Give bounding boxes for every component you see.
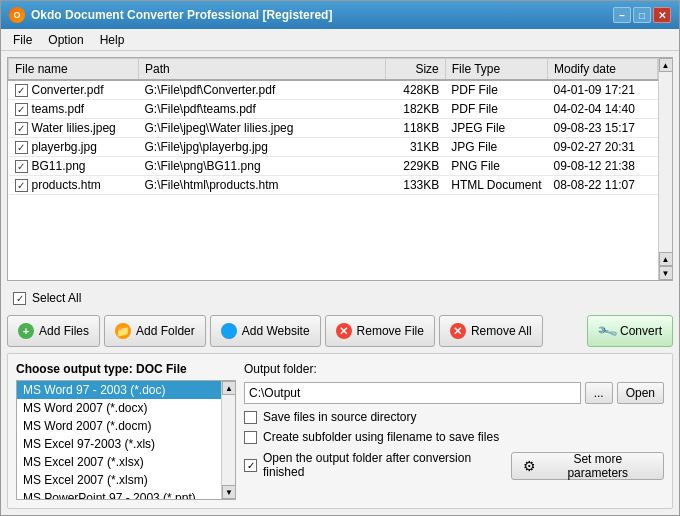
select-all-row: Select All <box>7 287 673 309</box>
file-type-cell: PDF File <box>445 100 547 119</box>
list-item[interactable]: MS Word 2007 (*.docm) <box>17 417 221 435</box>
add-files-button[interactable]: + Add Files <box>7 315 100 347</box>
output-scroll-up[interactable]: ▲ <box>222 381 236 395</box>
col-header-date: Modify date <box>548 59 658 81</box>
list-item[interactable]: MS Excel 2007 (*.xlsm) <box>17 471 221 489</box>
file-type-cell: JPEG File <box>445 119 547 138</box>
scroll-up-arrow[interactable]: ▲ <box>659 58 673 72</box>
open-button[interactable]: Open <box>617 382 664 404</box>
table-row[interactable]: Water lilies.jpeg G:\File\jpeg\Water lil… <box>9 119 658 138</box>
file-path-cell: G:\File\png\BG11.png <box>139 157 386 176</box>
window-title: Okdo Document Converter Professional [Re… <box>31 8 332 22</box>
set-params-label: Set more parameters <box>542 452 653 480</box>
file-table: File name Path Size File Type Modify dat… <box>8 58 658 195</box>
table-row[interactable]: BG11.png G:\File\png\BG11.png 229KB PNG … <box>9 157 658 176</box>
file-checkbox[interactable] <box>15 84 28 97</box>
list-item[interactable]: MS Excel 2007 (*.xlsx) <box>17 453 221 471</box>
file-list-scrollbar[interactable]: ▲ ▲ ▼ <box>658 58 672 280</box>
file-list-section: File name Path Size File Type Modify dat… <box>7 57 673 281</box>
remove-file-button[interactable]: ✕ Remove File <box>325 315 435 347</box>
file-name-cell: Water lilies.jpeg <box>9 119 139 138</box>
convert-icon: 🔧 <box>595 320 618 342</box>
list-item[interactable]: MS PowerPoint 97 - 2003 (*.ppt) <box>17 489 221 499</box>
list-item[interactable]: MS Word 97 - 2003 (*.doc) <box>17 381 221 399</box>
scroll-track <box>659 72 672 252</box>
toolbar: + Add Files 📁 Add Folder 🌐 Add Website ✕… <box>7 315 673 347</box>
main-window: O Okdo Document Converter Professional [… <box>0 0 680 516</box>
file-name-cell: products.htm <box>9 176 139 195</box>
menu-help[interactable]: Help <box>92 31 133 49</box>
file-path-cell: G:\File\html\products.htm <box>139 176 386 195</box>
browse-button[interactable]: ... <box>585 382 613 404</box>
remove-file-icon: ✕ <box>336 323 352 339</box>
main-content: File name Path Size File Type Modify dat… <box>1 51 679 515</box>
select-all-checkbox[interactable] <box>13 292 26 305</box>
create-subfolder-row: Create subfolder using filename to save … <box>244 430 664 444</box>
file-date-cell: 09-08-12 21:38 <box>548 157 658 176</box>
output-type-label: Choose output type: DOC File <box>16 362 236 376</box>
minimize-button[interactable]: – <box>613 7 631 23</box>
file-checkbox[interactable] <box>15 103 28 116</box>
output-scroll-down[interactable]: ▼ <box>222 485 236 499</box>
bottom-section: Choose output type: DOC File MS Word 97 … <box>7 353 673 509</box>
file-path-cell: G:\File\pdf\teams.pdf <box>139 100 386 119</box>
file-name-cell: teams.pdf <box>9 100 139 119</box>
output-folder-input[interactable] <box>244 382 581 404</box>
file-name-cell: playerbg.jpg <box>9 138 139 157</box>
file-checkbox[interactable] <box>15 122 28 135</box>
add-folder-icon: 📁 <box>115 323 131 339</box>
table-row[interactable]: products.htm G:\File\html\products.htm 1… <box>9 176 658 195</box>
current-type-label: DOC File <box>136 362 187 376</box>
file-checkbox[interactable] <box>15 141 28 154</box>
gear-icon: ⚙ <box>522 458 538 474</box>
file-name-cell: BG11.png <box>9 157 139 176</box>
output-folder-label-row: Output folder: <box>244 362 664 376</box>
table-row[interactable]: Converter.pdf G:\File\pdf\Converter.pdf … <box>9 80 658 100</box>
file-date-cell: 09-02-27 20:31 <box>548 138 658 157</box>
scroll-down-arrow-2[interactable]: ▼ <box>659 266 673 280</box>
save-source-row: Save files in source directory <box>244 410 664 424</box>
save-source-label: Save files in source directory <box>263 410 416 424</box>
scroll-down-arrow-1[interactable]: ▲ <box>659 252 673 266</box>
table-row[interactable]: playerbg.jpg G:\File\jpg\playerbg.jpg 31… <box>9 138 658 157</box>
menu-file[interactable]: File <box>5 31 40 49</box>
file-date-cell: 04-02-04 14:40 <box>548 100 658 119</box>
file-name-cell: Converter.pdf <box>9 80 139 100</box>
file-date-cell: 09-08-23 15:17 <box>548 119 658 138</box>
add-folder-button[interactable]: 📁 Add Folder <box>104 315 206 347</box>
select-all-label: Select All <box>32 291 81 305</box>
file-checkbox[interactable] <box>15 179 28 192</box>
output-folder-row: ... Open <box>244 382 664 404</box>
create-subfolder-label: Create subfolder using filename to save … <box>263 430 499 444</box>
create-subfolder-checkbox[interactable] <box>244 431 257 444</box>
list-item[interactable]: MS Word 2007 (*.docx) <box>17 399 221 417</box>
add-website-button[interactable]: 🌐 Add Website <box>210 315 321 347</box>
save-source-checkbox[interactable] <box>244 411 257 424</box>
file-size-cell: 118KB <box>385 119 445 138</box>
file-type-cell: PNG File <box>445 157 547 176</box>
title-buttons: – □ ✕ <box>613 7 671 23</box>
remove-all-button[interactable]: ✕ Remove All <box>439 315 543 347</box>
file-date-cell: 08-08-22 11:07 <box>548 176 658 195</box>
file-size-cell: 133KB <box>385 176 445 195</box>
list-item[interactable]: MS Excel 97-2003 (*.xls) <box>17 435 221 453</box>
open-after-row: Open the output folder after conversion … <box>244 451 511 479</box>
set-params-button[interactable]: ⚙ Set more parameters <box>511 452 664 480</box>
remove-all-icon: ✕ <box>450 323 466 339</box>
col-header-name: File name <box>9 59 139 81</box>
file-type-cell: JPG File <box>445 138 547 157</box>
convert-button[interactable]: 🔧 Convert <box>587 315 673 347</box>
close-button[interactable]: ✕ <box>653 7 671 23</box>
open-after-checkbox[interactable] <box>244 459 257 472</box>
maximize-button[interactable]: □ <box>633 7 651 23</box>
menu-option[interactable]: Option <box>40 31 91 49</box>
output-type-listbox[interactable]: MS Word 97 - 2003 (*.doc)MS Word 2007 (*… <box>17 381 221 499</box>
table-row[interactable]: teams.pdf G:\File\pdf\teams.pdf 182KB PD… <box>9 100 658 119</box>
file-size-cell: 428KB <box>385 80 445 100</box>
col-header-size: Size <box>385 59 445 81</box>
output-folder-label: Output folder: <box>244 362 317 376</box>
file-size-cell: 229KB <box>385 157 445 176</box>
open-after-label: Open the output folder after conversion … <box>263 451 511 479</box>
file-checkbox[interactable] <box>15 160 28 173</box>
output-type-scrollbar[interactable]: ▲ ▼ <box>221 381 235 499</box>
